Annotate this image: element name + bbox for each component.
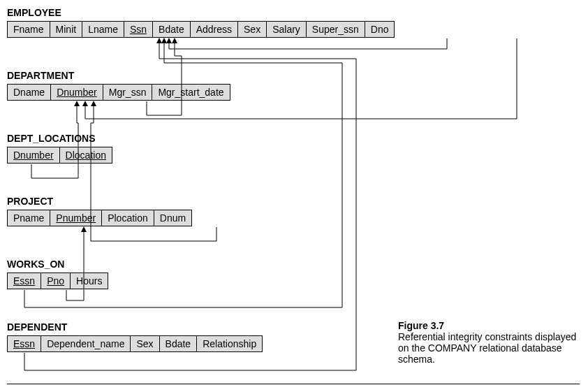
col-wo-pno: Pno — [41, 273, 71, 289]
col-mgr-ssn: Mgr_ssn — [103, 84, 153, 101]
table-works-on: WORKS_ON Essn Pno Hours — [7, 259, 108, 289]
col-dep-essn: Essn — [7, 335, 41, 352]
col-dl-dlocation: Dlocation — [59, 147, 112, 164]
table-department: DEPARTMENT Dname Dnumber Mgr_ssn Mgr_sta… — [7, 70, 230, 101]
col-plocation: Plocation — [101, 210, 154, 226]
col-minit: Minit — [50, 21, 83, 38]
table-title-employee: EMPLOYEE — [7, 7, 395, 18]
col-dnum: Dnum — [154, 210, 192, 226]
col-wo-hours: Hours — [70, 273, 108, 289]
table-row: Dnumber Dlocation — [7, 147, 112, 164]
table-row: Dname Dnumber Mgr_ssn Mgr_start_date — [7, 84, 230, 101]
figure-caption: Figure 3.7 Referential integrity constra… — [398, 320, 580, 365]
col-wo-essn: Essn — [7, 273, 41, 289]
col-bdate: Bdate — [152, 21, 191, 38]
col-address: Address — [190, 21, 238, 38]
table-row: Essn Pno Hours — [7, 273, 108, 289]
table-title-dependent: DEPENDENT — [7, 321, 263, 333]
figure-caption-text: Referential integrity constraints displa… — [398, 331, 576, 365]
col-pname: Pname — [7, 210, 50, 226]
col-super-ssn: Super_ssn — [306, 21, 365, 38]
col-dl-dnumber: Dnumber — [7, 147, 60, 164]
col-dno: Dno — [365, 21, 395, 38]
col-dep-relationship: Relationship — [196, 335, 263, 352]
col-dname: Dname — [7, 84, 51, 101]
col-ssn: Ssn — [124, 21, 153, 38]
table-title-works-on: WORKS_ON — [7, 259, 108, 270]
col-mgr-start-date: Mgr_start_date — [152, 84, 230, 101]
table-title-department: DEPARTMENT — [7, 70, 230, 81]
table-project: PROJECT Pname Pnumber Plocation Dnum — [7, 196, 192, 226]
col-dnumber: Dnumber — [50, 84, 103, 101]
relational-schema-diagram: EMPLOYEE Fname Minit Lname Ssn Bdate Add… — [7, 7, 580, 384]
col-dep-bdate: Bdate — [159, 335, 198, 352]
col-lname: Lname — [82, 21, 124, 38]
col-fname: Fname — [7, 21, 50, 38]
col-dep-name: Dependent_name — [41, 335, 131, 352]
col-sex: Sex — [237, 21, 267, 38]
table-row: Pname Pnumber Plocation Dnum — [7, 210, 192, 226]
table-dept-locations: DEPT_LOCATIONS Dnumber Dlocation — [7, 133, 112, 164]
col-dep-sex: Sex — [130, 335, 159, 352]
table-title-dept-locations: DEPT_LOCATIONS — [7, 133, 112, 144]
col-salary: Salary — [266, 21, 307, 38]
col-pnumber: Pnumber — [50, 210, 102, 226]
table-row: Fname Minit Lname Ssn Bdate Address Sex … — [7, 21, 395, 38]
table-employee: EMPLOYEE Fname Minit Lname Ssn Bdate Add… — [7, 7, 395, 38]
figure-caption-title: Figure 3.7 — [398, 320, 444, 331]
table-row: Essn Dependent_name Sex Bdate Relationsh… — [7, 335, 263, 352]
table-dependent: DEPENDENT Essn Dependent_name Sex Bdate … — [7, 321, 263, 352]
table-title-project: PROJECT — [7, 196, 192, 207]
